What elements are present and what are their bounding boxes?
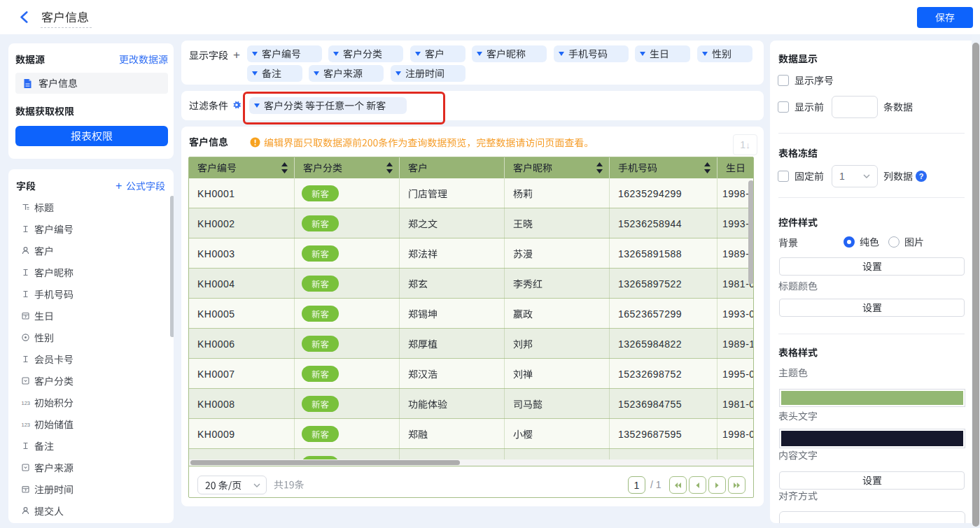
svg-text:123: 123 [22,422,31,428]
svg-text:123: 123 [22,400,31,406]
